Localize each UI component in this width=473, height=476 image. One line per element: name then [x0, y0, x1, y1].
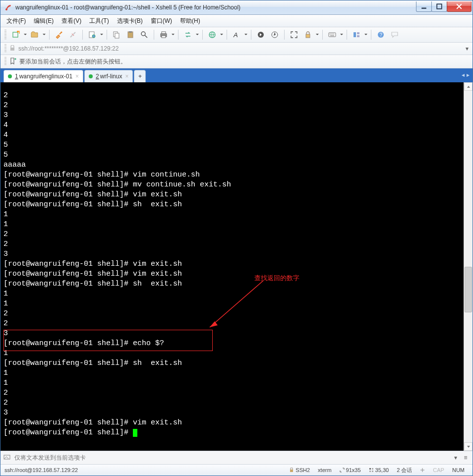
svg-rect-3	[13, 32, 18, 37]
tab-number: 1	[15, 73, 18, 80]
plus-icon: +	[138, 73, 142, 80]
layout-icon[interactable]	[350, 29, 363, 40]
menu-tabs[interactable]: 选项卡(B)	[113, 16, 147, 26]
dropdown-icon[interactable]	[23, 33, 27, 36]
svg-rect-31	[369, 468, 371, 470]
tab-close-icon[interactable]: ×	[125, 73, 128, 80]
keyboard-icon[interactable]	[326, 29, 339, 40]
address-text[interactable]: ssh://root:********@192.168.57.129:22	[18, 45, 466, 52]
separator	[107, 30, 107, 40]
menu-tools[interactable]: 工具(T)	[85, 16, 113, 26]
annotation-label: 查找返回的数字	[254, 274, 299, 283]
properties-icon[interactable]	[86, 29, 99, 40]
transfer-icon[interactable]	[181, 29, 194, 40]
svg-point-11	[141, 32, 145, 36]
app-icon	[4, 3, 12, 11]
separator	[82, 30, 83, 40]
svg-text:?: ?	[380, 32, 383, 38]
tab-number: 2	[96, 73, 99, 80]
send-bar: ▾ ≡	[0, 451, 473, 464]
font-icon[interactable]: A	[230, 29, 243, 40]
scroll-down-icon[interactable]	[464, 442, 473, 451]
status-bar: ssh://root@192.168.57.129:22 SSH2 xterm …	[0, 464, 473, 476]
tab-prev-icon[interactable]: ◂	[462, 71, 465, 78]
window-buttons	[416, 1, 472, 11]
script-icon[interactable]	[254, 29, 267, 40]
dropdown-icon[interactable]	[195, 33, 199, 36]
dropdown-icon[interactable]	[220, 33, 224, 36]
terminal-area: 2 2 3 4 4 5 5 aaaaa [root@wangruifeng-01…	[0, 82, 473, 451]
window-title: wangruifenglinux-01 - root@wangruifeng-0…	[15, 4, 416, 11]
dropdown-icon[interactable]: ▾	[466, 45, 469, 52]
tab-nav: ◂ ▸	[462, 71, 470, 78]
status-sessions: 2 会话	[397, 467, 412, 474]
menubar: 文件(F) 编辑(E) 查看(V) 工具(T) 选项卡(B) 窗口(W) 帮助(…	[0, 15, 473, 27]
app-window: wangruifenglinux-01 - root@wangruifeng-0…	[0, 0, 473, 476]
send-dropdown-icon[interactable]: ▾	[452, 454, 460, 461]
dropdown-icon[interactable]	[340, 33, 344, 36]
close-button[interactable]	[447, 1, 472, 12]
svg-rect-26	[10, 48, 14, 51]
dropdown-icon[interactable]	[364, 33, 368, 36]
new-session-icon[interactable]	[9, 29, 22, 40]
menu-view[interactable]: 查看(V)	[58, 16, 85, 26]
separator	[251, 30, 251, 40]
menu-window[interactable]: 窗口(W)	[147, 16, 176, 26]
dropdown-icon[interactable]	[42, 33, 46, 36]
session-tab-1[interactable]: 1 wangruifenglinux-01 ×	[3, 70, 83, 82]
svg-rect-32	[372, 468, 373, 470]
compass-icon[interactable]	[268, 29, 281, 40]
tab-label: wangruifenglinux-01	[19, 73, 72, 80]
scroll-up-icon[interactable]	[464, 82, 473, 91]
menu-file[interactable]: 文件(F)	[2, 16, 30, 26]
tab-close-icon[interactable]: ×	[75, 73, 79, 80]
session-tab-2[interactable]: 2 wrf-linux ×	[84, 70, 133, 82]
help-icon[interactable]: ?	[374, 29, 387, 40]
minimize-button[interactable]	[416, 1, 432, 12]
status-pos: 35,30	[369, 467, 389, 473]
svg-point-4	[61, 32, 62, 33]
paste-icon[interactable]	[124, 29, 137, 40]
send-input[interactable]	[13, 454, 450, 462]
dropdown-icon[interactable]	[100, 33, 104, 36]
print-icon[interactable]	[157, 29, 170, 40]
find-icon[interactable]	[138, 29, 151, 40]
tab-label: wrf-linux	[100, 73, 122, 80]
dropdown-icon[interactable]	[315, 33, 319, 36]
svg-rect-19	[306, 34, 310, 38]
lock-icon[interactable]	[301, 29, 314, 40]
scrollbar[interactable]	[464, 82, 473, 451]
disconnect-icon[interactable]	[66, 29, 79, 40]
chat-icon[interactable]	[388, 29, 401, 40]
copy-icon[interactable]	[110, 29, 123, 40]
status-address: ssh://root@192.168.57.129:22	[4, 467, 78, 473]
bookmark-add-icon[interactable]	[9, 58, 16, 66]
fullscreen-icon[interactable]	[288, 29, 300, 40]
dropdown-icon[interactable]	[171, 33, 175, 36]
new-tab-button[interactable]: +	[134, 70, 146, 82]
terminal[interactable]: 2 2 3 4 4 5 5 aaaaa [root@wangruifeng-01…	[0, 90, 464, 443]
status-ssh: SSH2	[289, 467, 310, 473]
separator	[178, 30, 178, 40]
open-icon[interactable]	[28, 29, 41, 40]
svg-rect-33	[369, 471, 371, 472]
svg-point-6	[92, 35, 95, 38]
lock-icon	[9, 45, 15, 53]
menu-help[interactable]: 帮助(H)	[176, 16, 204, 26]
maximize-button[interactable]	[431, 1, 447, 12]
scroll-thumb[interactable]	[465, 267, 472, 312]
svg-rect-21	[354, 32, 356, 37]
send-menu-icon[interactable]: ≡	[462, 454, 470, 461]
tab-next-icon[interactable]: ▸	[467, 71, 470, 78]
status-termtype: xterm	[318, 467, 332, 473]
separator	[202, 30, 203, 40]
separator	[371, 30, 371, 40]
dropdown-icon[interactable]	[244, 33, 248, 36]
globe-icon[interactable]	[206, 29, 219, 40]
menu-edit[interactable]: 编辑(E)	[30, 16, 58, 26]
toolbar: A ?	[0, 27, 473, 43]
svg-rect-12	[162, 32, 166, 34]
send-icon[interactable]	[3, 454, 10, 462]
connect-icon[interactable]	[53, 29, 65, 40]
separator	[227, 30, 227, 40]
